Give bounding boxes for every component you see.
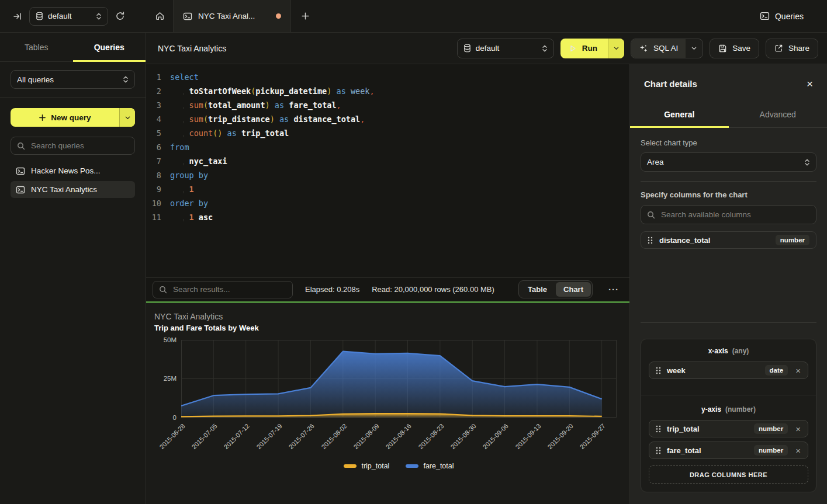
code-line[interactable]: 5count() as trip_total [146,126,629,140]
refresh-icon[interactable] [115,11,125,21]
remove-column-icon[interactable]: × [794,424,802,434]
code-line[interactable]: 8group by [146,168,629,182]
drag-handle-icon[interactable] [656,425,661,433]
new-tab-button[interactable] [291,0,319,32]
y-axis-column-chip[interactable]: fare_totalnumber× [649,442,808,459]
code-line[interactable]: 7nyc_taxi [146,154,629,168]
available-column-item[interactable]: distance_totalnumber [641,231,816,249]
query-list-item[interactable]: Hacker News Pos... [11,162,135,179]
view-chart[interactable]: Chart [556,282,591,297]
x-axis-tick-label: 2015-09-20 [546,422,575,450]
unsaved-changes-dot [276,13,281,19]
save-button[interactable]: Save [710,39,759,58]
y-axis-column-chip[interactable]: trip_totalnumber× [649,420,808,437]
new-query-button[interactable]: New query [11,108,135,127]
legend-item[interactable]: fare_total [406,462,454,470]
chart-legend: trip_totalfare_total [181,462,617,470]
code-line[interactable]: 1select [146,70,629,84]
code-line[interactable]: 111 asc [146,210,629,224]
sidebar: Tables Queries All queries New qu [0,33,146,504]
run-button[interactable]: Run [560,39,624,58]
axes-config: x-axis (any) weekdate× y-axis (number) [641,339,816,492]
updown-chevron-icon [804,158,810,166]
tab-advanced[interactable]: Advanced [729,101,827,127]
line-number: 1 [146,70,161,84]
query-filter-value: All queries [17,75,54,84]
code-line[interactable]: 10order by [146,196,629,210]
content-header: NYC Taxi Analytics default [146,33,827,64]
code-line[interactable]: 2toStartOfWeek(pickup_datetime) as week, [146,84,629,98]
code-line[interactable]: 3sum(total_amount) as fare_total, [146,98,629,112]
columns-label: Specify columns for the chart [641,190,816,199]
queries-menu-button[interactable]: Queries [760,0,827,32]
x-axis-tick-label: 2015-07-12 [223,422,251,450]
y-axis-tick: 25M [146,375,177,382]
legend-label: fare_total [423,462,454,470]
database-selector[interactable]: default [29,7,108,26]
run-dropdown[interactable] [608,39,624,58]
save-icon [718,44,727,53]
query-list-item[interactable]: NYC Taxi Analytics [11,181,135,198]
new-query-dropdown[interactable] [119,108,135,127]
chart-type-select[interactable]: Area [641,152,816,172]
x-axis-tick-label: 2015-09-06 [482,422,510,450]
tab-general[interactable]: General [630,101,729,127]
query-tab-label: NYC Taxi Anal... [198,12,270,20]
share-label: Share [788,44,809,53]
close-icon[interactable]: × [807,78,813,89]
search-icon [17,142,25,150]
query-search-input[interactable] [30,141,129,151]
chart-type-label: Select chart type [641,138,816,147]
tab-general-label: General [664,110,694,119]
line-number: 2 [146,84,161,98]
drag-handle-icon[interactable] [656,447,661,454]
home-tab-button[interactable] [146,0,173,32]
app-window: default NYC Taxi Anal... [0,0,827,504]
drag-handle-icon[interactable] [648,237,653,244]
code-text: nyc_taxi [161,154,227,168]
code-line[interactable]: 4sum(trip_distance) as distance_total, [146,112,629,126]
view-toggle: TableChart [518,280,593,298]
remove-column-icon[interactable]: × [794,366,802,376]
query-search[interactable] [11,137,135,155]
collapse-sidebar-icon[interactable] [13,12,22,21]
details-header: Chart details × [630,64,827,101]
query-tab[interactable]: NYC Taxi Anal... [173,0,291,32]
x-axis-tick-label: 2015-06-28 [158,422,186,450]
drag-handle-icon[interactable] [656,367,661,374]
x-axis-label: x-axis [708,347,728,355]
run-database-selector[interactable]: default [457,39,554,58]
columns-search[interactable] [641,205,816,224]
plus-icon [301,12,310,20]
share-icon [774,44,783,53]
query-filter-select[interactable]: All queries [11,70,135,89]
main-row: Tables Queries All queries New qu [0,33,827,504]
read-stat: Read: 20,000,000 rows (260.00 MB) [372,285,494,294]
sql-ai-button[interactable]: SQL AI [631,39,703,58]
sql-ai-dropdown[interactable] [686,39,703,58]
legend-item[interactable]: trip_total [344,462,389,470]
tab-queries[interactable]: Queries [73,33,146,61]
remove-column-icon[interactable]: × [794,446,802,456]
view-table[interactable]: Table [520,282,555,297]
available-columns: distance_totalnumber [641,224,816,249]
queries-menu-label: Queries [775,12,804,21]
share-button[interactable]: Share [766,39,818,58]
code-line[interactable]: 91 [146,182,629,196]
sql-editor[interactable]: 1select2toStartOfWeek(pickup_datetime) a… [146,64,629,277]
results-search[interactable] [153,281,293,298]
topbar: default NYC Taxi Anal... [0,0,827,33]
chart-title: NYC Taxi Analytics [154,312,223,321]
query-item-label: Hacker News Pos... [31,166,101,175]
code-text: sum(trip_distance) as distance_total, [161,112,365,126]
results-search-input[interactable] [172,284,286,294]
area-chart[interactable] [181,340,617,418]
columns-search-input[interactable] [660,210,810,220]
code-line[interactable]: 6from [146,140,629,154]
content-body: 1select2toStartOfWeek(pickup_datetime) a… [146,64,827,504]
tab-tables[interactable]: Tables [0,33,73,61]
more-options-icon[interactable]: ··· [605,284,622,294]
sidebar-body: All queries New query [0,62,146,198]
drop-zone[interactable]: DRAG COLUMNS HERE [649,465,808,484]
x-axis-column-chip[interactable]: weekdate× [649,362,808,379]
